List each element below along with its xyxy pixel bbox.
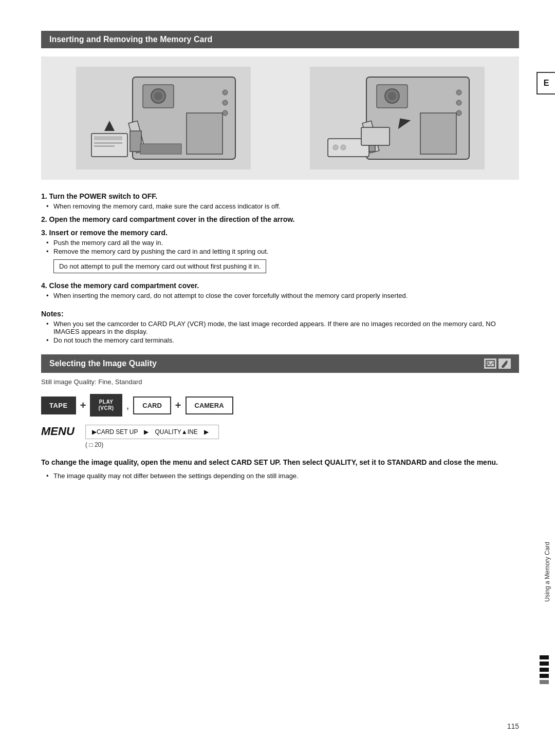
- step-1-bullet-1: When removing the memory card, make sure…: [53, 202, 519, 210]
- side-bar-3: [540, 668, 549, 672]
- image-quality-note: The image quality may not differ between…: [53, 472, 519, 480]
- side-tab-label: E: [544, 79, 549, 88]
- svg-rect-25: [361, 127, 390, 145]
- button-row: TAPE + PLAY (VCR) , CARD + CAMERA: [41, 394, 519, 417]
- side-tab-e: E: [536, 72, 555, 94]
- menu-row: MENU ▶CARD SET UP ▶ QUALITY▲INE ▶ ( □ 20…: [41, 425, 519, 448]
- notes-title: Notes:: [41, 310, 519, 318]
- svg-rect-14: [140, 144, 181, 154]
- step-1: 1. Turn the POWER switch to OFF. When re…: [41, 192, 519, 210]
- comma-separator: ,: [126, 400, 130, 411]
- note-1: When you set the camcorder to CARD PLAY …: [53, 320, 519, 335]
- instructions-list: 1. Turn the POWER switch to OFF. When re…: [41, 192, 519, 299]
- section2-header: Selecting the Image Quality: [41, 354, 519, 373]
- svg-point-13: [223, 110, 228, 116]
- plus-1: +: [80, 400, 86, 411]
- side-bar-1: [540, 655, 549, 659]
- menu-screen-text2: QUALITY▲INE: [155, 428, 197, 436]
- svg-point-19: [388, 92, 396, 100]
- note-2: Do not touch the memory card terminals.: [53, 336, 519, 344]
- section1-header: Inserting and Removing the Memory Card: [41, 31, 519, 48]
- menu-screen-text1: ▶CARD SET UP: [92, 428, 138, 436]
- remove-diagram: [310, 67, 485, 169]
- svg-point-27: [456, 90, 461, 95]
- side-bar-2: [540, 662, 549, 666]
- menu-screen: ▶CARD SET UP ▶ QUALITY▲INE ▶: [85, 425, 219, 439]
- bold-instruction: To change the image quality, open the me…: [41, 457, 519, 468]
- svg-rect-7: [94, 136, 122, 140]
- plus-2: +: [175, 400, 181, 411]
- header-icons: [484, 358, 511, 369]
- remove-diagram-svg: [315, 72, 479, 164]
- play-vcr-button: PLAY (VCR): [90, 394, 122, 417]
- images-area: [41, 56, 519, 180]
- svg-point-11: [223, 90, 228, 95]
- step-4-bullet-1: When inserting the memory card, do not a…: [53, 292, 519, 299]
- image-icon: [484, 358, 496, 369]
- side-bars: [540, 655, 549, 684]
- insert-diagram: [76, 67, 251, 169]
- step-1-title: 1. Turn the POWER switch to OFF.: [41, 192, 519, 200]
- step-2: 2. Open the memory card compartment cove…: [41, 215, 519, 223]
- menu-word: MENU: [41, 425, 77, 438]
- svg-rect-32: [487, 362, 489, 364]
- camera-button: CAMERA: [186, 396, 233, 414]
- page-number: 115: [507, 722, 519, 730]
- pencil-icon: [498, 358, 511, 369]
- svg-marker-10: [104, 121, 115, 131]
- side-vertical-text: Using a Memory Card: [544, 542, 551, 602]
- svg-point-29: [456, 110, 461, 116]
- quality-subtitle: Still image Quality: Fine, Standard: [41, 378, 519, 386]
- svg-rect-5: [130, 131, 141, 152]
- menu-page-ref: ( □ 20): [85, 441, 219, 448]
- tape-button: TAPE: [41, 396, 76, 414]
- svg-point-23: [333, 145, 338, 150]
- side-bar-4: [540, 674, 549, 678]
- svg-point-12: [223, 100, 228, 105]
- page-container: E Inserting and Removing the Memory Card: [0, 0, 555, 756]
- section1-title: Inserting and Removing the Memory Card: [49, 35, 212, 44]
- menu-screen-arrow2: ▶: [204, 428, 209, 436]
- step-3-bullet-2: Remove the memory card by pushing the ca…: [53, 248, 519, 255]
- svg-point-3: [154, 92, 162, 100]
- section2-title: Selecting the Image Quality: [49, 359, 157, 368]
- svg-rect-15: [187, 113, 223, 154]
- menu-screen-arrow: ▶: [144, 428, 149, 436]
- svg-rect-30: [420, 113, 456, 154]
- step-3-bullet-1: Push the memory card all the way in.: [53, 239, 519, 247]
- svg-point-28: [456, 100, 461, 105]
- step-3: 3. Insert or remove the memory card. Pus…: [41, 229, 519, 276]
- svg-rect-9: [94, 145, 115, 147]
- side-bar-5: [540, 680, 549, 684]
- step-2-title: 2. Open the memory card compartment cove…: [41, 215, 519, 223]
- step-3-title: 3. Insert or remove the memory card.: [41, 229, 519, 237]
- warning-box: Do not attempt to pull the memory card o…: [53, 259, 266, 273]
- card-button: CARD: [133, 396, 171, 414]
- svg-rect-8: [94, 142, 122, 144]
- insert-diagram-svg: [81, 72, 246, 164]
- step-4: 4. Close the memory card compartment cov…: [41, 281, 519, 299]
- svg-point-24: [341, 145, 346, 150]
- step-4-title: 4. Close the memory card compartment cov…: [41, 281, 519, 290]
- notes-section: Notes: When you set the camcorder to CAR…: [41, 310, 519, 344]
